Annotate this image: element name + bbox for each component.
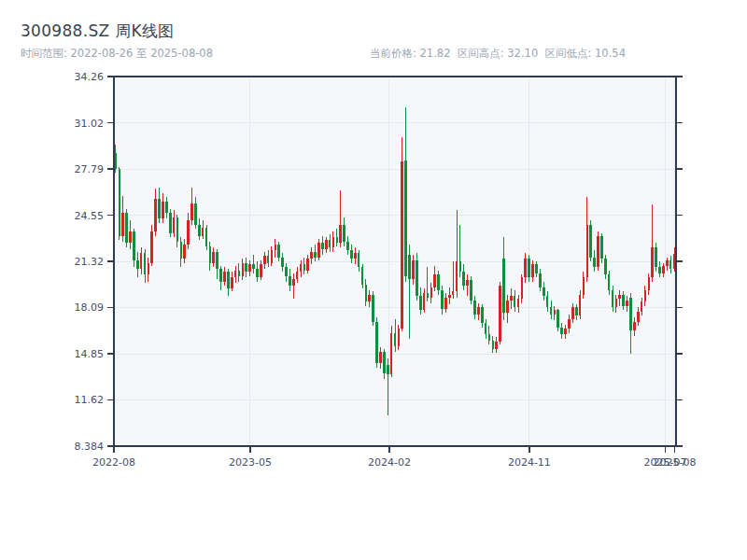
candle-down [485, 323, 487, 334]
candle-down [303, 264, 306, 270]
candle-up [568, 319, 571, 329]
candle-up [223, 272, 226, 282]
candle-up [260, 264, 262, 277]
candle-down [267, 256, 270, 263]
candle-down [205, 228, 208, 246]
candle-down [277, 245, 280, 258]
candle-down [133, 231, 135, 260]
candle-up [615, 299, 618, 307]
y-tick-label: 24.55 [75, 210, 105, 222]
candle-down [343, 225, 345, 242]
x-tick-label: 2023-05 [229, 456, 272, 469]
candle-up [456, 261, 458, 291]
candle-down [441, 290, 444, 309]
candle-down [514, 296, 516, 307]
y-tick-label: 18.09 [75, 301, 105, 314]
candle-down [115, 153, 118, 169]
candle-down [358, 253, 360, 267]
candle-down [600, 236, 603, 259]
candle-up [510, 296, 513, 301]
candle-up [275, 245, 277, 250]
candle-up [190, 203, 193, 220]
candle-up [626, 301, 628, 306]
candle-up [597, 236, 599, 268]
candle-up [554, 310, 557, 315]
candle-down [365, 285, 368, 301]
candle-down [488, 334, 491, 340]
candle-up [618, 295, 621, 300]
candle-down [165, 202, 168, 213]
y-tick-label: 14.85 [75, 348, 105, 360]
candle-down [629, 298, 632, 330]
candle-up [140, 253, 143, 269]
candle-down [655, 247, 657, 267]
candle-up [398, 329, 401, 345]
candle-down [394, 333, 397, 346]
candle-down [238, 271, 241, 276]
candle-down [408, 255, 411, 279]
candle-up [212, 252, 215, 263]
candle-up [433, 274, 436, 287]
candle-up [452, 291, 455, 294]
candle-down [125, 213, 128, 243]
candle-up [673, 254, 676, 269]
candle-up [231, 277, 233, 288]
candle-down [535, 264, 538, 273]
candle-down [462, 272, 465, 286]
candle-up [292, 279, 295, 287]
candle-up [477, 307, 480, 315]
candle-down [593, 258, 596, 268]
candle-down [459, 261, 462, 272]
candle-down [314, 252, 317, 258]
candle-up [271, 250, 274, 263]
candle-down [194, 203, 197, 225]
y-tick-label: 27.79 [75, 163, 105, 175]
candle-down [350, 250, 353, 259]
candle-up [644, 290, 647, 301]
candle-down [560, 328, 563, 335]
candle-down [361, 267, 364, 284]
candle-down [219, 269, 222, 282]
candle-down [119, 169, 121, 236]
candle-up [662, 266, 665, 273]
candle-up [332, 237, 335, 247]
candle-up [666, 260, 669, 266]
x-tick-label: 2022-08 [92, 456, 135, 469]
candle-up [579, 295, 582, 316]
candle-down [180, 242, 183, 259]
candle-up [564, 329, 567, 334]
candle-down [539, 273, 542, 287]
candle-down [289, 276, 291, 287]
candle-down [198, 225, 201, 236]
candle-up [648, 277, 651, 290]
candle-up [202, 228, 204, 236]
candle-down [502, 259, 505, 313]
candle-up [412, 260, 415, 279]
candle-up [637, 312, 640, 322]
kline-chart: 34.2631.0227.7924.5521.3218.0914.8511.62… [0, 0, 747, 560]
candle-down [158, 199, 161, 218]
candle-up [148, 263, 150, 274]
candle-up [310, 252, 313, 259]
candle-up [248, 264, 251, 272]
candle-down [383, 352, 386, 373]
candle-down [321, 243, 324, 248]
candle-down [589, 225, 592, 258]
candle-down [669, 260, 672, 269]
candle-down [216, 252, 218, 269]
candle-up [444, 298, 447, 309]
candle-up [495, 342, 498, 349]
candle-up [296, 272, 299, 279]
candle-down [608, 274, 611, 290]
candle-down [427, 293, 430, 298]
candle-down [481, 307, 484, 323]
candle-down [227, 272, 230, 288]
candle-down [470, 280, 472, 300]
candle-up [187, 220, 190, 245]
candle-down [346, 242, 349, 250]
candle-up [401, 161, 403, 329]
candle-up [466, 280, 469, 286]
candle-up [339, 225, 342, 244]
candle-up [633, 322, 636, 330]
candle-up [521, 277, 524, 299]
